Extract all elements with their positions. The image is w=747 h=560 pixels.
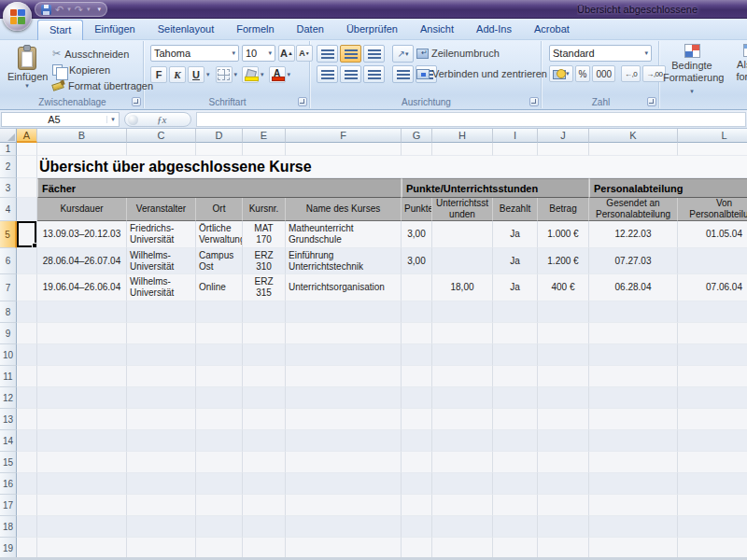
tab-addins[interactable]: Add-Ins	[465, 20, 523, 40]
align-bottom-button[interactable]	[363, 45, 385, 63]
cell[interactable]	[493, 366, 538, 387]
band-punkte[interactable]: Punkte/Unterrichtsstunden	[402, 178, 589, 198]
cell[interactable]	[243, 430, 286, 452]
tab-ansicht[interactable]: Ansicht	[409, 20, 465, 40]
cell[interactable]	[286, 538, 402, 557]
cell[interactable]	[538, 516, 589, 538]
cell[interactable]	[17, 473, 37, 495]
cell[interactable]	[243, 387, 286, 409]
cell[interactable]	[432, 516, 493, 538]
cell[interactable]	[589, 366, 678, 387]
cell[interactable]	[17, 178, 37, 198]
cell[interactable]	[196, 538, 243, 557]
cell[interactable]	[589, 143, 678, 156]
orientation-button[interactable]: ↗▾	[392, 45, 414, 63]
column-header-D[interactable]: D	[196, 129, 243, 143]
cell[interactable]: Campus Ost	[196, 248, 243, 274]
column-header-L[interactable]: L	[678, 129, 747, 143]
copy-button[interactable]: Kopieren	[50, 62, 155, 77]
cell[interactable]	[286, 409, 402, 430]
cell[interactable]	[127, 366, 196, 387]
wrap-text-button[interactable]: Zeilenumbruch	[416, 48, 500, 59]
cell[interactable]	[402, 323, 432, 344]
cell[interactable]	[432, 248, 493, 274]
cell[interactable]	[286, 473, 402, 495]
cell[interactable]	[493, 387, 538, 409]
align-right-button[interactable]	[363, 65, 385, 83]
cell[interactable]	[286, 366, 402, 387]
cell[interactable]	[17, 387, 37, 409]
row-header-17[interactable]: 17	[0, 495, 17, 516]
cell[interactable]	[432, 301, 493, 323]
select-all-corner[interactable]	[0, 129, 17, 143]
cell[interactable]	[402, 430, 432, 452]
cell[interactable]: Ja	[493, 248, 538, 274]
cell[interactable]	[286, 452, 402, 473]
percent-button[interactable]: %	[575, 65, 591, 82]
row-header-18[interactable]: 18	[0, 516, 17, 538]
cell[interactable]	[286, 301, 402, 323]
row-header-3[interactable]: 3	[0, 178, 17, 198]
cell[interactable]: ERZ 310	[243, 248, 286, 274]
header-name-des-kurses[interactable]: Name des Kurses	[286, 198, 402, 221]
conditional-formatting-button[interactable]: Bedingte Formatierung ▾	[663, 44, 721, 97]
cell[interactable]	[538, 495, 589, 516]
cell[interactable]	[196, 301, 243, 323]
cell[interactable]	[678, 344, 747, 366]
cell[interactable]	[678, 473, 747, 495]
cell[interactable]	[678, 452, 747, 473]
column-header-A[interactable]: A	[17, 129, 37, 143]
cell[interactable]	[196, 430, 243, 452]
cell[interactable]	[196, 516, 243, 538]
cell[interactable]	[17, 248, 37, 274]
cell[interactable]	[17, 156, 37, 178]
column-header-E[interactable]: E	[243, 129, 286, 143]
cell[interactable]	[17, 452, 37, 473]
row-header-10[interactable]: 10	[0, 344, 17, 366]
cell[interactable]	[196, 323, 243, 344]
column-header-C[interactable]: C	[127, 129, 196, 143]
cell[interactable]	[243, 301, 286, 323]
cell[interactable]: 13.09.03–20.12.03	[37, 221, 127, 248]
cell[interactable]: Matheunterricht Grundschule	[286, 221, 402, 248]
cell[interactable]	[432, 387, 493, 409]
font-dialog-launcher[interactable]	[298, 97, 307, 106]
cell[interactable]	[127, 344, 196, 366]
cell[interactable]	[402, 143, 432, 156]
cell[interactable]: 01.05.04	[678, 221, 747, 248]
office-button[interactable]	[3, 2, 32, 31]
cell[interactable]: 400 €	[538, 274, 589, 301]
band-personalabteilung[interactable]: Personalabteilung	[589, 178, 747, 198]
cell[interactable]	[538, 143, 589, 156]
font-color-dropdown-icon[interactable]: ▾	[288, 71, 291, 78]
clipboard-dialog-launcher[interactable]	[132, 97, 141, 106]
cell[interactable]: 3,00	[402, 248, 432, 274]
column-header-B[interactable]: B	[37, 129, 127, 143]
column-header-G[interactable]: G	[402, 129, 432, 143]
shrink-font-button[interactable]: A▼	[296, 45, 313, 62]
cell[interactable]	[538, 344, 589, 366]
cell[interactable]	[589, 430, 678, 452]
cell[interactable]	[37, 538, 127, 557]
row-header-12[interactable]: 12	[0, 387, 17, 409]
cell[interactable]	[17, 323, 37, 344]
cell[interactable]	[432, 366, 493, 387]
cell[interactable]: 07.06.04	[678, 274, 747, 301]
cell[interactable]	[402, 366, 432, 387]
paste-button[interactable]: Einfügen ▾	[7, 44, 48, 98]
merge-center-button[interactable]: Verbinden und zentrieren ▾	[416, 68, 553, 79]
cell[interactable]	[286, 344, 402, 366]
cell[interactable]	[17, 538, 37, 557]
column-header-F[interactable]: F	[286, 129, 402, 143]
align-center-button[interactable]	[340, 65, 361, 83]
header-punkte[interactable]: Punkte	[402, 198, 432, 221]
save-icon[interactable]	[41, 5, 51, 15]
align-top-button[interactable]	[317, 45, 338, 63]
cell[interactable]	[589, 344, 678, 366]
cell[interactable]	[127, 323, 196, 344]
cell[interactable]: Wilhelms-Universität	[127, 248, 196, 274]
cell[interactable]	[17, 344, 37, 366]
cell[interactable]	[432, 344, 493, 366]
cell[interactable]: 19.06.04–26.06.04	[37, 274, 127, 301]
cell[interactable]	[37, 430, 127, 452]
